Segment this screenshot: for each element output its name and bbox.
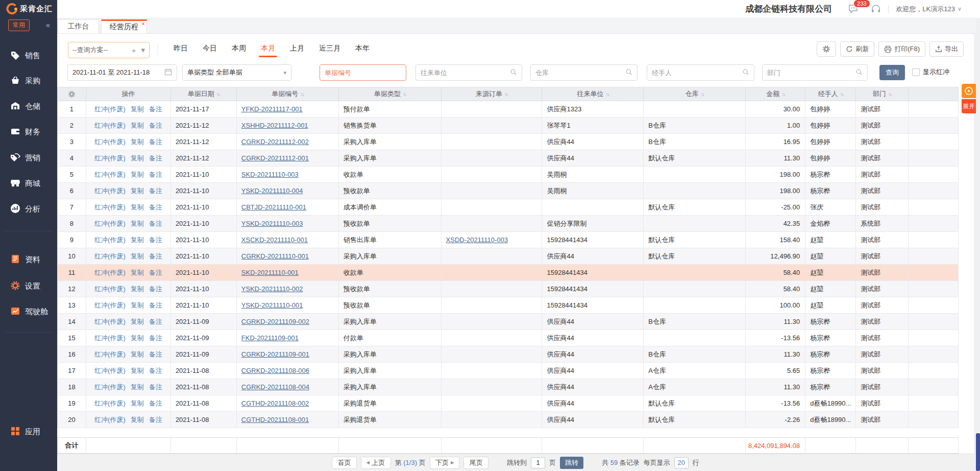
doc-type-select[interactable]: 单据类型 全部单据 ▾	[182, 64, 291, 81]
sidebar-item-warehouse[interactable]: 仓储	[0, 95, 57, 117]
copy-link[interactable]: 复制	[131, 317, 144, 326]
copy-link[interactable]: 复制	[131, 236, 144, 245]
copy-link[interactable]: 复制	[131, 170, 144, 179]
quick-date-yesterday[interactable]: 昨日	[174, 44, 188, 57]
sort-icon[interactable]: ↑↓	[300, 91, 303, 97]
jump-button[interactable]: 跳转	[560, 457, 583, 469]
reverse-void-link[interactable]: 红冲(作废)	[94, 383, 126, 392]
sort-icon[interactable]: ↑↓	[840, 91, 843, 97]
doc-no-link[interactable]: CGRKD-20211112-001	[241, 154, 309, 162]
first-page-button[interactable]: 首页	[332, 457, 357, 469]
sidebar-item-data[interactable]: 资料	[0, 248, 57, 271]
doc-no-input[interactable]	[325, 69, 401, 77]
support-headset-button[interactable]	[871, 4, 881, 14]
reverse-void-link[interactable]: 红冲(作废)	[94, 285, 126, 294]
note-link[interactable]: 备注	[149, 252, 162, 261]
header-handler[interactable]: 经手人↑↓	[805, 87, 856, 101]
show-reversal-checkbox[interactable]	[912, 68, 920, 76]
header-partner[interactable]: 往来单位↑↓	[542, 87, 644, 101]
doc-no-link[interactable]: YSKD-20211110-004	[241, 187, 303, 195]
scrollbar-thumb[interactable]	[976, 433, 980, 471]
header-amount[interactable]: 金额↑↓	[746, 87, 805, 101]
reverse-void-link[interactable]: 红冲(作废)	[94, 170, 126, 179]
copy-link[interactable]: 复制	[131, 415, 144, 425]
note-link[interactable]: 备注	[149, 105, 162, 114]
next-page-button[interactable]: 下页▶	[430, 457, 460, 469]
sort-icon[interactable]: ↑↓	[403, 91, 406, 97]
copy-link[interactable]: 复制	[131, 121, 144, 130]
add-plan-icon[interactable]: +	[132, 46, 136, 55]
favorite-menu-button[interactable]: 常用	[8, 19, 30, 31]
quick-date-today[interactable]: 今日	[203, 44, 217, 57]
note-link[interactable]: 备注	[149, 350, 162, 359]
header-doc-date[interactable]: 单据日期↑↓	[171, 87, 237, 101]
header-warehouse[interactable]: 仓库↑↓	[644, 87, 746, 101]
copy-link[interactable]: 复制	[131, 383, 144, 392]
tab-workbench[interactable]: 工作台	[58, 19, 99, 33]
copy-link[interactable]: 复制	[131, 301, 144, 310]
note-link[interactable]: 备注	[149, 399, 162, 408]
reverse-void-link[interactable]: 红冲(作废)	[94, 203, 126, 212]
sort-icon[interactable]: ↑↓	[701, 91, 704, 97]
copy-link[interactable]: 复制	[131, 285, 144, 294]
messages-button[interactable]: 233	[848, 4, 860, 14]
doc-no-link[interactable]: YSKD-20211110-002	[241, 285, 303, 293]
reverse-void-link[interactable]: 红冲(作废)	[94, 366, 126, 375]
reverse-void-link[interactable]: 红冲(作废)	[94, 399, 126, 408]
doc-no-link[interactable]: XSCKD-20211110-001	[241, 236, 308, 244]
reverse-void-link[interactable]: 红冲(作废)	[94, 334, 126, 343]
sidebar-item-sales[interactable]: 销售	[0, 44, 57, 67]
doc-no-link[interactable]: YFKD-20211117-001	[241, 105, 303, 113]
doc-no-link[interactable]: CGRKD-20211109-002	[241, 318, 309, 325]
header-doc-type[interactable]: 单据类型↑↓	[339, 87, 442, 101]
note-link[interactable]: 备注	[149, 154, 162, 163]
note-link[interactable]: 备注	[149, 334, 162, 343]
warehouse-input[interactable]	[535, 69, 625, 77]
reverse-void-link[interactable]: 红冲(作废)	[94, 317, 126, 326]
partner-input[interactable]	[421, 69, 510, 77]
doc-no-link[interactable]: XSHHD-20211112-001	[241, 122, 308, 129]
sidebar-item-purchase[interactable]: 采购	[0, 69, 57, 92]
note-link[interactable]: 备注	[149, 186, 162, 196]
sidebar-item-cockpit[interactable]: 驾驶舱	[0, 300, 57, 323]
header-source-order[interactable]: 来源订单↑↓	[442, 87, 543, 101]
reverse-void-link[interactable]: 红冲(作废)	[94, 105, 126, 114]
sidebar-item-analysis[interactable]: 分析	[0, 198, 57, 220]
copy-link[interactable]: 复制	[131, 334, 144, 343]
copy-link[interactable]: 复制	[131, 105, 144, 114]
sidebar-item-marketing[interactable]: 营销	[0, 147, 57, 169]
table-settings-button[interactable]	[817, 41, 836, 57]
reverse-void-link[interactable]: 红冲(作废)	[94, 137, 126, 147]
note-link[interactable]: 备注	[149, 268, 162, 277]
sort-icon[interactable]: ↑↓	[781, 91, 785, 97]
reverse-void-link[interactable]: 红冲(作废)	[94, 186, 126, 196]
doc-no-link[interactable]: CGTHD-20211108-001	[241, 416, 309, 423]
query-plan-select[interactable]: --查询方案-- + ▾	[68, 42, 150, 58]
reverse-void-link[interactable]: 红冲(作废)	[94, 301, 126, 310]
quick-date-this-year[interactable]: 本年	[355, 44, 370, 57]
dept-input[interactable]	[767, 69, 855, 77]
prev-page-button[interactable]: ◀上页	[361, 457, 391, 469]
copy-link[interactable]: 复制	[131, 268, 144, 277]
doc-no-link[interactable]: CGTHD-20211108-002	[241, 399, 309, 407]
doc-no-link[interactable]: YSKD-20211110-003	[241, 220, 303, 227]
jump-page-input[interactable]	[531, 457, 545, 468]
copy-link[interactable]: 复制	[131, 366, 144, 375]
per-page-input[interactable]	[674, 457, 689, 468]
refresh-button[interactable]: 刷新	[840, 41, 874, 57]
doc-no-link[interactable]: CBTJD-20211110-001	[241, 203, 306, 211]
reverse-void-link[interactable]: 红冲(作废)	[94, 415, 126, 425]
reverse-void-link[interactable]: 红冲(作废)	[94, 219, 126, 228]
note-link[interactable]: 备注	[149, 203, 162, 212]
doc-no-link[interactable]: SKD-20211110-001	[241, 269, 299, 276]
note-link[interactable]: 备注	[149, 137, 162, 147]
sidebar-item-finance[interactable]: 财务	[0, 121, 57, 143]
copy-link[interactable]: 复制	[131, 186, 144, 196]
header-dept[interactable]: 部门↑↓	[856, 87, 909, 101]
guide-play-button[interactable]	[962, 84, 976, 98]
doc-no-link[interactable]: YSKD-20211110-001	[241, 301, 303, 309]
sidebar-item-settings[interactable]: 设置	[0, 275, 57, 297]
user-menu[interactable]: 欢迎您，LK演示123 ∨	[896, 5, 962, 14]
doc-no-link[interactable]: CGRKD-20211109-001	[241, 350, 309, 358]
source-order-link[interactable]: XSDD-20211110-003	[446, 236, 508, 244]
